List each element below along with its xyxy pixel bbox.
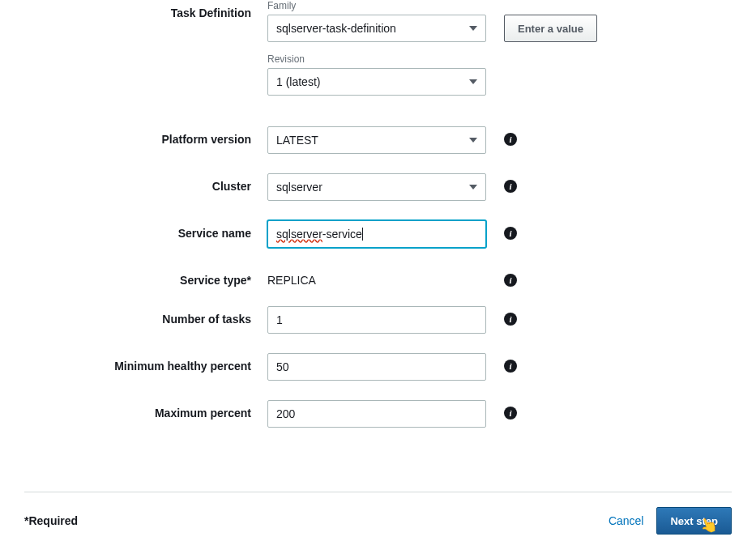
service-type-label: Service type* (24, 267, 267, 287)
revision-select[interactable]: 1 (latest) (267, 68, 486, 96)
info-icon[interactable]: i (504, 133, 517, 146)
platform-version-select[interactable]: LATEST (267, 126, 486, 154)
cluster-value: sqlserver (276, 181, 322, 194)
number-of-tasks-input[interactable] (267, 306, 486, 334)
footer-divider (24, 492, 732, 492)
max-percent-label: Maximum percent (24, 400, 267, 420)
family-sublabel: Family (267, 0, 494, 11)
next-step-button[interactable]: Next step (656, 507, 732, 535)
service-name-input[interactable]: sqlserver-service (267, 220, 486, 248)
info-icon[interactable]: i (504, 360, 517, 373)
family-select[interactable]: sqlserver-task-definition (267, 15, 486, 42)
min-healthy-percent-input[interactable] (267, 353, 486, 381)
info-icon[interactable]: i (504, 313, 517, 326)
info-icon[interactable]: i (504, 407, 517, 420)
platform-version-value: LATEST (276, 134, 318, 147)
number-of-tasks-label: Number of tasks (24, 306, 267, 326)
revision-sublabel: Revision (267, 53, 494, 65)
max-percent-input[interactable] (267, 400, 486, 428)
info-icon[interactable]: i (504, 180, 517, 193)
required-note: *Required (24, 514, 78, 527)
service-name-prefix: sqlserver (276, 228, 322, 241)
service-name-label: Service name (24, 220, 267, 240)
service-type-value: REPLICA (267, 267, 494, 287)
service-name-suffix: -service (322, 228, 362, 241)
family-select-value: sqlserver-task-definition (276, 22, 396, 35)
platform-version-label: Platform version (24, 126, 267, 146)
min-healthy-percent-label: Minimum healthy percent (24, 353, 267, 373)
task-definition-label: Task Definition (24, 0, 267, 19)
info-icon[interactable]: i (504, 274, 517, 287)
cluster-label: Cluster (24, 173, 267, 193)
enter-value-button[interactable]: Enter a value (504, 15, 597, 42)
revision-select-value: 1 (latest) (276, 75, 320, 88)
info-icon[interactable]: i (504, 227, 517, 240)
text-caret (362, 228, 363, 241)
cluster-select[interactable]: sqlserver (267, 173, 486, 201)
cancel-button[interactable]: Cancel (609, 514, 644, 527)
